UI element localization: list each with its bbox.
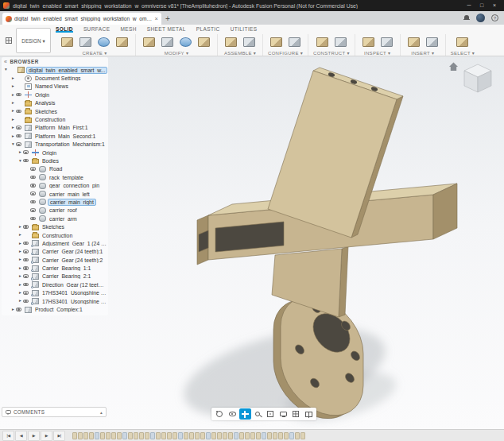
browser-item[interactable]: ▸Platform_Main_Second:1: [2, 132, 108, 140]
visibility-eye-icon[interactable]: [23, 157, 31, 164]
configuration-icon[interactable]: [268, 35, 285, 49]
expand-arrow-icon[interactable]: ▸: [17, 233, 23, 238]
combine-icon[interactable]: [196, 35, 212, 49]
timeline-feature-marker[interactable]: [228, 432, 233, 439]
browser-item-label[interactable]: carrier_arm: [48, 216, 79, 222]
timeline-feature-marker[interactable]: [83, 432, 88, 439]
extrude-icon[interactable]: [77, 35, 94, 49]
collapse-browser-icon[interactable]: «: [4, 59, 7, 64]
visibility-eye-icon[interactable]: [16, 125, 24, 131]
browser-item-label[interactable]: Analysis: [33, 100, 56, 106]
ribbon-tab-utilities[interactable]: UTILITIES: [231, 26, 258, 33]
new-tab-button[interactable]: +: [161, 13, 174, 25]
expand-arrow-icon[interactable]: ▸: [10, 308, 16, 312]
offset-plane-icon[interactable]: [314, 35, 331, 49]
timeline-feature-marker[interactable]: [245, 432, 250, 439]
timeline-feature-marker[interactable]: [167, 432, 172, 439]
insert-derive-icon[interactable]: [405, 35, 422, 49]
ribbon-group-label[interactable]: CREATE▾: [82, 50, 107, 56]
browser-item-label[interactable]: carrier_main_right: [48, 199, 96, 206]
viewcube-home-icon[interactable]: [449, 63, 458, 72]
timeline-feature-marker[interactable]: [239, 432, 244, 439]
measure-icon[interactable]: [360, 35, 377, 49]
expand-arrow-icon[interactable]: ▸: [10, 101, 16, 106]
timeline-feature-marker[interactable]: [273, 432, 277, 439]
browser-item[interactable]: ▸Product_Complex:1: [2, 305, 108, 313]
browser-item[interactable]: rack_template: [2, 173, 108, 181]
orbit-icon[interactable]: [214, 408, 226, 420]
visibility-eye-icon[interactable]: [16, 307, 24, 313]
close-button[interactable]: ×: [488, 0, 501, 11]
comments-bar[interactable]: COMMENTS ▴: [2, 407, 107, 417]
browser-item-label[interactable]: Road: [48, 166, 64, 172]
timeline-feature-marker[interactable]: [289, 432, 294, 439]
browser-item-label[interactable]: Carrier_Bearing_1:1: [41, 265, 92, 271]
visibility-eye-icon[interactable]: [16, 141, 24, 148]
visibility-eye-icon[interactable]: [23, 257, 31, 263]
timeline-feature-marker[interactable]: [89, 432, 94, 439]
visibility-eye-icon[interactable]: [30, 191, 38, 197]
browser-item[interactable]: ▾Bodies: [2, 157, 108, 164]
browser-item[interactable]: ▸Platform_Main_First:1: [2, 124, 108, 132]
browser-item[interactable]: gear_connection_pin: [2, 181, 108, 189]
ribbon-tab-surface[interactable]: SURFACE: [83, 26, 110, 33]
visibility-eye-icon[interactable]: [30, 199, 38, 205]
timeline-feature-marker[interactable]: [106, 432, 110, 439]
timeline-feature-marker[interactable]: [139, 432, 144, 439]
browser-item-label[interactable]: Carrier_Gear (24 teeth):1: [41, 249, 104, 254]
browser-item-label[interactable]: Carrier_Gear (24 teeth):2: [41, 257, 104, 263]
browser-item[interactable]: Road: [2, 165, 108, 173]
visibility-eye-icon[interactable]: [16, 108, 24, 114]
browser-item-label[interactable]: digital_twin_enabled_smart_w...: [26, 67, 107, 74]
hole-icon[interactable]: [114, 35, 130, 49]
visibility-eye-icon[interactable]: [30, 183, 38, 189]
browser-item[interactable]: ▸Construction: [2, 231, 108, 239]
expand-arrow-icon[interactable]: ▸: [17, 250, 23, 254]
press-pull-icon[interactable]: [141, 35, 157, 49]
browser-item-label[interactable]: carrier_roof: [48, 207, 79, 213]
go-to-end-button[interactable]: ▶|: [53, 431, 65, 441]
timeline-feature-marker[interactable]: [100, 432, 105, 439]
expand-arrow-icon[interactable]: ▸: [17, 150, 23, 155]
expand-arrow-icon[interactable]: ▾: [10, 142, 16, 147]
browser-item-label[interactable]: Document Settings: [33, 75, 82, 81]
browser-item-label[interactable]: rack_template: [48, 175, 85, 180]
timeline-feature-marker[interactable]: [217, 432, 222, 439]
browser-item-label[interactable]: Sketches: [41, 224, 66, 230]
timeline-feature-marker[interactable]: [234, 432, 238, 439]
timeline-feature-marker[interactable]: [145, 432, 149, 439]
browser-item-label[interactable]: carrier_main_left: [48, 191, 91, 197]
joint-icon[interactable]: [241, 35, 258, 49]
browser-item[interactable]: ▸Adjustment_Gear_1 (24 teeth):1: [2, 239, 108, 247]
browser-item-label[interactable]: Bodies: [41, 158, 60, 164]
comments-expand-icon[interactable]: ▴: [100, 410, 103, 415]
timeline-feature-marker[interactable]: [295, 432, 300, 439]
timeline-feature-marker[interactable]: [267, 432, 272, 439]
browser-item-label[interactable]: Product_Complex:1: [33, 307, 84, 312]
visibility-eye-icon[interactable]: [23, 240, 31, 246]
expand-arrow-icon[interactable]: ▸: [17, 291, 23, 296]
timeline-feature-marker[interactable]: [278, 432, 283, 439]
visibility-eye-icon[interactable]: [30, 215, 38, 222]
browser-item[interactable]: ▸Sketches: [2, 107, 108, 115]
browser-item[interactable]: ▸Named Views: [2, 83, 108, 91]
insert-mesh-icon[interactable]: [424, 35, 440, 49]
timeline-feature-marker[interactable]: [300, 432, 305, 439]
browser-item[interactable]: ▸Origin: [2, 91, 108, 99]
timeline-feature-marker[interactable]: [250, 432, 255, 439]
timeline-feature-marker[interactable]: [211, 432, 216, 439]
viewcube[interactable]: [464, 64, 491, 92]
browser-item[interactable]: carrier_roof: [2, 207, 108, 215]
fillet-icon[interactable]: [159, 35, 176, 49]
browser-item-label[interactable]: Direction_Gear (12 teeth):1: [41, 282, 108, 288]
ribbon-group-label[interactable]: MODIFY▾: [165, 50, 188, 56]
visibility-eye-icon[interactable]: [16, 133, 24, 139]
viewports-icon[interactable]: [303, 408, 315, 420]
user-avatar[interactable]: [476, 14, 485, 22]
browser-item[interactable]: carrier_main_left: [2, 190, 108, 198]
browser-item-label[interactable]: Transportation_Mechanism:1: [33, 141, 107, 147]
visibility-eye-icon[interactable]: [30, 174, 38, 180]
ribbon-group-label[interactable]: CONSTRUCT▾: [313, 50, 350, 56]
visibility-eye-icon[interactable]: [23, 249, 31, 255]
ribbon-group-label[interactable]: ASSEMBLE▾: [224, 50, 256, 56]
